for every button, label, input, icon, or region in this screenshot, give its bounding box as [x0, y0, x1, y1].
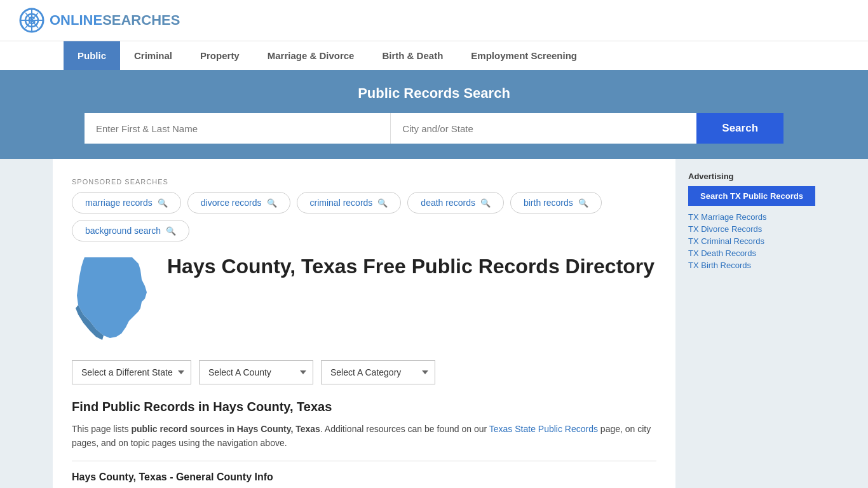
tag-marriage-records[interactable]: marriage records 🔍 [72, 192, 181, 214]
texas-map-svg [72, 254, 154, 343]
tag-criminal-records[interactable]: criminal records 🔍 [297, 192, 402, 214]
search-button[interactable]: Search [696, 113, 783, 144]
logo-text-accent: SEARCHES [102, 12, 180, 28]
search-icon-divorce: 🔍 [267, 198, 277, 208]
search-tags: marriage records 🔍 divorce records 🔍 cri… [72, 192, 656, 241]
find-text-bold: public record sources in Hays County, Te… [131, 424, 320, 434]
state-select[interactable]: Select a Different State [72, 360, 191, 384]
sidebar-link-criminal[interactable]: TX Criminal Records [688, 236, 815, 246]
main-wrapper: SPONSORED SEARCHES marriage records 🔍 di… [40, 159, 828, 488]
sidebar-links: TX Marriage Records TX Divorce Records T… [688, 212, 815, 270]
tag-birth-label: birth records [524, 198, 573, 208]
nav-item-employment[interactable]: Employment Screening [457, 41, 591, 70]
tag-criminal-label: criminal records [310, 198, 373, 208]
sidebar-ad-button[interactable]: Search TX Public Records [688, 186, 815, 206]
header: G ONLINESEARCHES [0, 0, 868, 41]
content-area: SPONSORED SEARCHES marriage records 🔍 di… [53, 159, 675, 488]
county-select[interactable]: Select A County [199, 360, 313, 384]
find-title: Find Public Records in Hays County, Texa… [72, 400, 656, 414]
svg-text:G: G [28, 15, 36, 26]
sidebar: Advertising Search TX Public Records TX … [688, 159, 815, 488]
selects-row: Select a Different State Select A County… [72, 360, 656, 384]
tag-death-records[interactable]: death records 🔍 [407, 192, 504, 214]
texas-state-link[interactable]: Texas State Public Records [489, 424, 598, 434]
find-text-part1: This page lists [72, 424, 131, 434]
logo-text-plain: ONLINE [50, 12, 102, 28]
divider [72, 461, 656, 461]
state-map [72, 254, 154, 345]
search-icon-background: 🔍 [166, 226, 176, 236]
tag-death-label: death records [421, 198, 475, 208]
logo-text: ONLINESEARCHES [50, 12, 180, 29]
county-title: Hays County, Texas Free Public Records D… [167, 254, 654, 278]
nav-item-birth-death[interactable]: Birth & Death [368, 41, 457, 70]
tag-divorce-records[interactable]: divorce records 🔍 [187, 192, 290, 214]
nav-item-property[interactable]: Property [186, 41, 254, 70]
general-info-title: Hays County, Texas - General County Info [72, 471, 656, 483]
logo-icon: G [19, 8, 44, 33]
tag-divorce-label: divorce records [201, 198, 262, 208]
sidebar-link-death[interactable]: TX Death Records [688, 248, 815, 258]
search-row: Search [85, 113, 783, 144]
sidebar-link-birth[interactable]: TX Birth Records [688, 261, 815, 270]
name-input[interactable] [85, 113, 391, 144]
main-nav: Public Criminal Property Marriage & Divo… [0, 41, 868, 70]
county-section: Hays County, Texas Free Public Records D… [72, 254, 656, 345]
location-input[interactable] [391, 113, 696, 144]
search-banner: Public Records Search Search [0, 70, 868, 159]
sponsored-label: SPONSORED SEARCHES [72, 178, 656, 186]
find-text: This page lists public record sources in… [72, 422, 656, 451]
sidebar-link-marriage[interactable]: TX Marriage Records [688, 212, 815, 222]
search-icon-death: 🔍 [480, 198, 491, 208]
tag-background-label: background search [85, 226, 161, 236]
nav-item-public[interactable]: Public [64, 41, 120, 70]
logo: G ONLINESEARCHES [19, 8, 180, 33]
nav-item-criminal[interactable]: Criminal [120, 41, 186, 70]
tag-marriage-label: marriage records [85, 198, 153, 208]
search-banner-title: Public Records Search [19, 85, 849, 102]
find-text-part2: . Additional resources can be found on o… [320, 424, 489, 434]
sidebar-link-divorce[interactable]: TX Divorce Records [688, 224, 815, 234]
nav-item-marriage-divorce[interactable]: Marriage & Divorce [254, 41, 369, 70]
category-select[interactable]: Select A Category [321, 360, 435, 384]
tag-birth-records[interactable]: birth records 🔍 [510, 192, 602, 214]
county-title-wrap: Hays County, Texas Free Public Records D… [167, 254, 654, 278]
search-icon-birth: 🔍 [578, 198, 588, 208]
sidebar-ad-label: Advertising [688, 172, 815, 181]
search-icon-criminal: 🔍 [377, 198, 388, 208]
tag-background-search[interactable]: background search 🔍 [72, 220, 189, 241]
search-icon-marriage: 🔍 [158, 198, 168, 208]
